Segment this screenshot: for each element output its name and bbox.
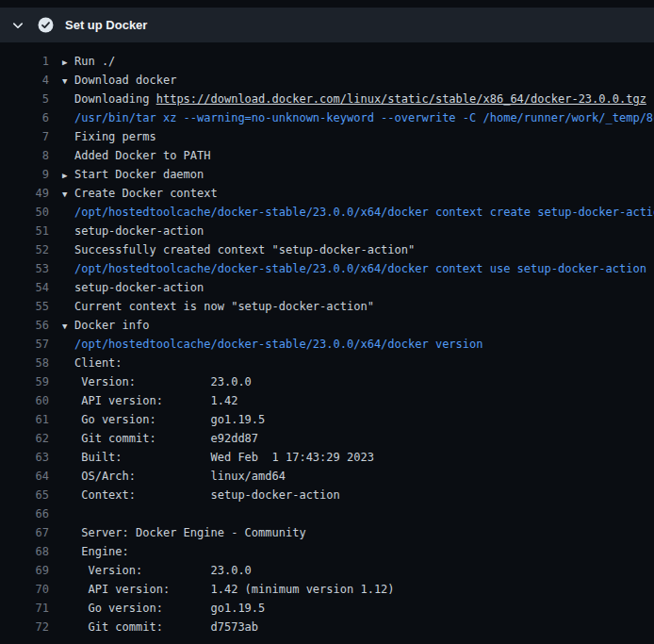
line-number[interactable]: 59 (0, 372, 49, 391)
line-content: API version: 1.42 (62, 391, 237, 410)
log-group-row[interactable]: 9▶Start Docker daemon (0, 165, 654, 184)
line-number[interactable]: 5 (0, 90, 49, 108)
line-number[interactable]: 53 (0, 259, 49, 278)
log-line: 66 (0, 504, 654, 523)
log-line: 60 API version: 1.42 (0, 391, 654, 410)
line-number[interactable]: 65 (0, 486, 49, 504)
line-number[interactable]: 55 (0, 297, 49, 316)
log-text: Run ./ (74, 55, 115, 68)
log-line: 5Downloading https://download.docker.com… (0, 90, 654, 108)
group-collapsed-icon[interactable]: ▶ (62, 166, 74, 185)
command-text: /opt/hostedtoolcache/docker-stable/23.0.… (74, 262, 646, 275)
line-content: Built: Wed Feb 1 17:43:29 2023 (62, 448, 374, 467)
line-number[interactable]: 8 (0, 146, 49, 165)
command-text: /opt/hostedtoolcache/docker-stable/23.0.… (74, 206, 654, 219)
log-text: Version: 23.0.0 (74, 564, 252, 577)
line-content: Downloading https://download.docker.com/… (62, 90, 646, 108)
log-line: 54setup-docker-action (0, 278, 654, 297)
line-content: ▶Start Docker daemon (62, 165, 204, 184)
step-header[interactable]: Set up Docker (0, 8, 654, 42)
line-content: /usr/bin/tar xz --warning=no-unknown-key… (62, 108, 654, 127)
line-number[interactable]: 63 (0, 448, 49, 467)
line-number[interactable]: 54 (0, 278, 49, 297)
group-expanded-icon[interactable]: ▼ (62, 185, 74, 204)
line-number[interactable]: 1 (0, 52, 49, 71)
group-expanded-icon[interactable]: ▼ (62, 72, 74, 91)
line-content: Added Docker to PATH (62, 146, 211, 165)
line-content: setup-docker-action (62, 278, 204, 297)
log-line: 68 Engine: (0, 542, 654, 561)
log-text: Create Docker context (74, 187, 218, 200)
chevron-down-icon[interactable] (11, 19, 25, 32)
line-content: /opt/hostedtoolcache/docker-stable/23.0.… (62, 203, 654, 222)
line-number[interactable]: 64 (0, 467, 49, 486)
line-content: Client: (62, 354, 123, 372)
line-content: setup-docker-action (62, 222, 204, 240)
log-line: 71 Go version: go1.19.5 (0, 599, 654, 618)
line-number[interactable]: 7 (0, 127, 49, 146)
log-text: Downloading (74, 92, 156, 106)
line-number[interactable]: 57 (0, 335, 49, 354)
log-text: setup-docker-action (74, 281, 204, 294)
log-line: 57/opt/hostedtoolcache/docker-stable/23.… (0, 335, 654, 354)
command-text: /opt/hostedtoolcache/docker-stable/23.0.… (74, 338, 482, 351)
line-content: ▼Create Docker context (62, 184, 218, 203)
line-content: Context: setup-docker-action (62, 486, 340, 504)
line-number[interactable]: 60 (0, 391, 49, 410)
line-content: Git commit: e92dd87 (62, 429, 258, 448)
log-line: 69 Version: 23.0.0 (0, 561, 654, 580)
line-number[interactable]: 50 (0, 203, 49, 222)
log-link[interactable]: https://download.docker.com/linux/static… (156, 92, 646, 106)
log-body: 1▶Run ./4▼Download docker5Downloading ht… (0, 42, 654, 636)
log-text: Engine: (74, 545, 129, 558)
log-group-row[interactable]: 49▼Create Docker context (0, 184, 654, 203)
line-number[interactable]: 49 (0, 184, 49, 203)
line-number[interactable]: 52 (0, 240, 49, 259)
line-number[interactable]: 69 (0, 561, 49, 580)
line-number[interactable]: 66 (0, 504, 49, 523)
line-content: Version: 23.0.0 (62, 561, 252, 580)
log-group-row[interactable]: 56▼Docker info (0, 316, 654, 335)
log-text: Git commit: e92dd87 (74, 432, 258, 445)
line-number[interactable]: 71 (0, 599, 49, 618)
log-text: API version: 1.42 (minimum version 1.12) (74, 583, 395, 596)
line-number[interactable]: 67 (0, 523, 49, 542)
line-number[interactable]: 68 (0, 542, 49, 561)
log-text: Server: Docker Engine - Community (74, 526, 306, 539)
line-content (62, 504, 74, 523)
line-number[interactable]: 51 (0, 222, 49, 240)
line-content: Go version: go1.19.5 (62, 599, 265, 618)
line-number[interactable]: 4 (0, 71, 49, 90)
line-content: OS/Arch: linux/amd64 (62, 467, 286, 486)
log-line: 63 Built: Wed Feb 1 17:43:29 2023 (0, 448, 654, 467)
log-line: 62 Git commit: e92dd87 (0, 429, 654, 448)
log-group-row[interactable]: 1▶Run ./ (0, 52, 654, 71)
line-number[interactable]: 9 (0, 165, 49, 184)
check-circle-icon (38, 17, 54, 33)
log-group-row[interactable]: 4▼Download docker (0, 71, 654, 90)
line-number[interactable]: 70 (0, 580, 49, 599)
log-text: Successfully created context "setup-dock… (74, 243, 415, 256)
line-content: Engine: (62, 542, 129, 561)
log-text: Added Docker to PATH (74, 149, 211, 162)
line-number[interactable]: 72 (0, 618, 49, 636)
line-content: Go version: go1.19.5 (62, 410, 265, 429)
line-number[interactable]: 6 (0, 108, 49, 127)
line-number[interactable]: 61 (0, 410, 49, 429)
log-text: Current context is now "setup-docker-act… (74, 300, 374, 313)
log-line: 59 Version: 23.0.0 (0, 372, 654, 391)
line-number[interactable]: 58 (0, 354, 49, 372)
line-content: API version: 1.42 (minimum version 1.12) (62, 580, 395, 599)
line-content: Fixing perms (62, 127, 156, 146)
log-text: Built: Wed Feb 1 17:43:29 2023 (74, 451, 374, 464)
log-line: 58Client: (0, 354, 654, 372)
line-number[interactable]: 56 (0, 316, 49, 335)
group-collapsed-icon[interactable]: ▶ (62, 53, 74, 72)
log-line: 6/usr/bin/tar xz --warning=no-unknown-ke… (0, 108, 654, 127)
line-content: Git commit: d7573ab (62, 618, 258, 636)
line-content: Version: 23.0.0 (62, 372, 252, 391)
line-number[interactable]: 62 (0, 429, 49, 448)
log-text: Start Docker daemon (74, 168, 204, 181)
log-line: 55Current context is now "setup-docker-a… (0, 297, 654, 316)
group-expanded-icon[interactable]: ▼ (62, 317, 74, 336)
